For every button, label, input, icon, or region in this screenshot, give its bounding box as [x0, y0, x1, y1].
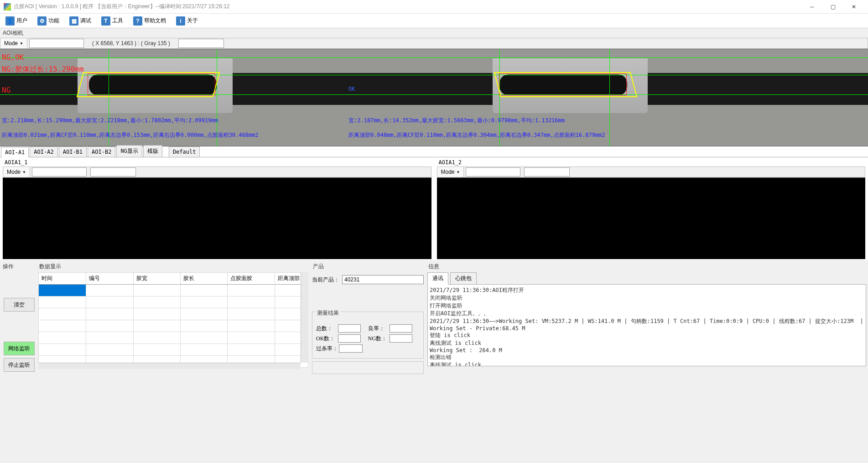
dual-pane: AOIA1_1 Mode▼ AOIA1_2 Mode▼: [0, 157, 868, 260]
pane-left-mode-dropdown[interactable]: Mode▼: [3, 167, 30, 177]
cursor-info: ( X 6568, Y 1463 ) : ( Gray 135 ): [86, 40, 177, 47]
col-number[interactable]: 编号: [86, 273, 133, 285]
pane-right-mode-box[interactable]: [466, 167, 520, 177]
info-label: 信息: [427, 263, 866, 272]
chevron-down-icon: ▼: [457, 170, 460, 174]
toolbar-debug-label: 调试: [80, 17, 91, 25]
main-toolbar: 👤 用户 ⚙ 功能 ▦ 调试 T 工具 ? 帮助文档 i 关于: [0, 14, 868, 28]
tab-aoi-a2[interactable]: AOI-A2: [30, 146, 57, 157]
clear-button[interactable]: 清空: [4, 298, 35, 312]
maximize-button[interactable]: ▢: [822, 0, 843, 13]
total-label: 总数：: [316, 325, 338, 333]
overlay-meas-right-1: 宽:2.187mm,长:14.352mm,最大胶宽:1.5663mm,最小:0.…: [348, 117, 565, 125]
toolbar-debug[interactable]: ▦ 调试: [66, 15, 95, 27]
tab-strip: AOI-A1 AOI-A2 AOI-B1 AOI-B2 NG显示 模版 Defa…: [0, 146, 868, 157]
tab-default[interactable]: Default: [169, 146, 200, 157]
stop-listen-button[interactable]: 停止监听: [4, 358, 35, 372]
tool-icon: T: [101, 16, 110, 26]
col-area[interactable]: 点胶面胶: [228, 273, 275, 285]
data-table[interactable]: 时间 编号 胶宽 胶长 点胶面胶 距离顶部: [38, 272, 308, 368]
current-product-input[interactable]: [342, 275, 424, 284]
toolbar-func[interactable]: ⚙ 功能: [34, 15, 63, 27]
info-tabs: 通讯 心跳包: [427, 272, 866, 285]
table-row[interactable]: [39, 320, 308, 332]
network-listen-button[interactable]: 网络监听: [4, 342, 35, 355]
toolbar-about-label: 关于: [187, 17, 198, 25]
camera-section-label: AOI相机: [0, 28, 868, 38]
table-row[interactable]: [39, 297, 308, 308]
user-icon: 👤: [5, 16, 15, 26]
mode-dropdown[interactable]: Mode▼: [0, 38, 27, 48]
data-display-panel: 数据显示 时间 编号 胶宽 胶长 点胶面胶 距离顶部: [36, 261, 310, 463]
mode-value-box-2[interactable]: [178, 39, 224, 48]
table-row[interactable]: [39, 285, 308, 297]
toolbar-user[interactable]: 👤 用户: [2, 15, 31, 27]
measure-group: 测量结果 总数： 良率： OK数： NG数： 过杀率：: [312, 312, 424, 359]
ng-value: [390, 334, 412, 343]
pane-right-mode-dropdown[interactable]: Mode▼: [437, 167, 464, 177]
close-button[interactable]: ✕: [843, 0, 864, 13]
toolbar-tool[interactable]: T 工具: [98, 15, 127, 27]
toolbar-about[interactable]: i 关于: [172, 15, 202, 27]
toolbar-func-label: 功能: [48, 17, 59, 25]
overlay-meas-left-2: 距离顶部0.031mm,距离CF层0.110mm,距离左边界0.153mm,距离…: [2, 131, 259, 139]
table-hscroll[interactable]: [38, 363, 301, 369]
operations-panel: 操作 清空 网络监听 停止监听: [0, 261, 36, 463]
minimize-button[interactable]: ─: [801, 0, 822, 13]
product-panel: 产品 当前产品： 测量结果 总数： 良率： OK数： NG数： 过杀率：: [310, 261, 426, 463]
help-icon: ?: [133, 16, 142, 26]
tab-ng-display[interactable]: NG显示: [116, 145, 142, 157]
overkill-label: 过杀率：: [316, 345, 339, 353]
table-row[interactable]: [39, 344, 308, 356]
pane-left-view[interactable]: [3, 177, 431, 259]
overlay-meas-right-2: 距离顶部0.048mm,距离CF层0.110mm,距离左边界0.304mm,距离…: [348, 131, 605, 139]
app-icon: [4, 3, 11, 10]
pane-right-view[interactable]: [437, 177, 866, 259]
pane-right: AOIA1_2 Mode▼: [434, 157, 868, 260]
ops-label: 操作: [2, 263, 35, 272]
tab-template[interactable]: 模版: [143, 145, 162, 157]
current-product-label: 当前产品：: [312, 276, 342, 284]
pane-left-title: AOIA1_1: [3, 158, 431, 166]
tab-aoi-a1[interactable]: AOI-A1: [1, 147, 29, 157]
chevron-down-icon: ▼: [20, 42, 23, 46]
overlay-status: NG,OK: [2, 53, 24, 62]
toolbar-tool-label: 工具: [112, 17, 123, 25]
table-row[interactable]: [39, 332, 308, 344]
product-label: 产品: [312, 263, 424, 272]
inspection-image[interactable]: NG,OK NG:胶体过长:15.290mm NG OK 宽:2.218mm,长…: [0, 49, 868, 146]
data-display-label: 数据显示: [38, 263, 308, 272]
overlay-ok: OK: [348, 86, 355, 92]
tab-aoi-b2[interactable]: AOI-B2: [88, 146, 115, 157]
mode-value-box[interactable]: [29, 39, 84, 48]
yield-label: 良率：: [368, 325, 390, 333]
product-extra-box: [312, 361, 424, 374]
overlay-error-2: NG: [2, 86, 10, 94]
debug-icon: ▦: [69, 16, 78, 26]
table-row[interactable]: [39, 308, 308, 320]
toolbar-help-label: 帮助文档: [144, 17, 166, 25]
info-panel: 信息 通讯 心跳包 2021/7/29 11:36:30:AOI程序打开 关闭网…: [426, 261, 868, 463]
overlay-meas-left-1: 宽:2.218mm,长:15.290mm,最大胶宽:2.2218mm,最小:1.…: [2, 117, 218, 125]
titlebar: 点胶AOI [ Version : 1.0.0.9 ] 程序 【当前用户：Eng…: [0, 0, 868, 14]
toolbar-help[interactable]: ? 帮助文档: [130, 15, 170, 27]
pane-right-mode-box-2[interactable]: [524, 167, 570, 177]
gear-icon: ⚙: [37, 16, 47, 26]
col-length[interactable]: 胶长: [181, 273, 228, 285]
overlay-error-1: NG:胶体过长:15.290mm: [2, 65, 84, 74]
pane-left-mode-box-2[interactable]: [90, 167, 136, 177]
tab-aoi-b1[interactable]: AOI-B1: [59, 146, 87, 157]
toolbar-user-label: 用户: [16, 17, 27, 25]
yield-value: [390, 324, 412, 333]
pane-right-modebar: Mode▼: [437, 166, 866, 177]
pane-left-mode-box[interactable]: [32, 167, 87, 177]
info-tab-comm[interactable]: 通讯: [427, 272, 448, 285]
bottom-area: 操作 清空 网络监听 停止监听 数据显示 时间 编号 胶宽 胶长 点胶面胶 距离…: [0, 261, 868, 463]
info-log[interactable]: 2021/7/29 11:36:30:AOI程序打开 关闭网络监听 打开网络监听…: [427, 284, 866, 366]
col-time[interactable]: 时间: [39, 273, 86, 285]
col-width[interactable]: 胶宽: [133, 273, 180, 285]
table-vscroll[interactable]: [301, 272, 308, 363]
info-icon: i: [176, 16, 185, 26]
info-tab-heartbeat[interactable]: 心跳包: [450, 272, 477, 285]
window-title: 点胶AOI [ Version : 1.0.0.9 ] 程序 【当前用户：Eng…: [14, 3, 801, 10]
